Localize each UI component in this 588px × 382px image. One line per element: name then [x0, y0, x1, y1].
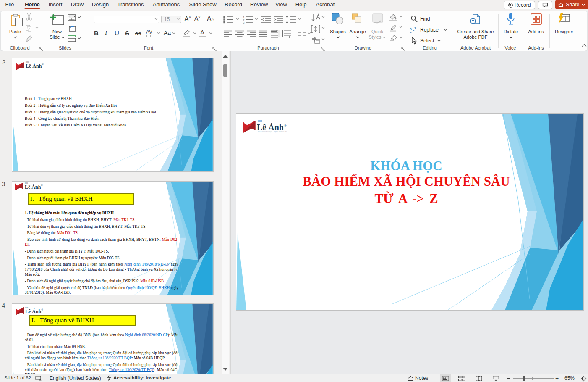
svg-text:1: 1: [243, 16, 245, 18]
svg-text:b: b: [410, 27, 412, 31]
svg-text:c: c: [413, 29, 415, 33]
svg-text:2: 2: [243, 19, 245, 21]
svg-text:3: 3: [243, 21, 245, 24]
